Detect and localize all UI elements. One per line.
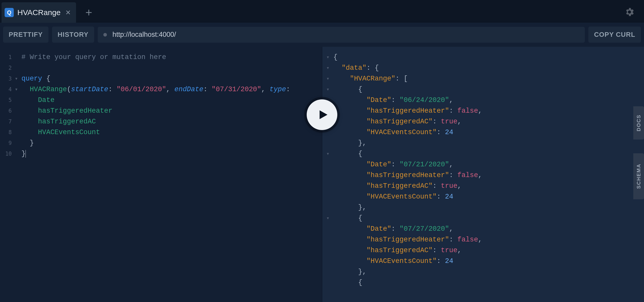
val-date-1: "07/21/2020" [400,161,449,168]
val-count-2: 24 [445,257,453,265]
key-ac: "hasTriggeredAC" [366,247,432,254]
val-count-1: 24 [445,193,453,201]
play-icon [317,109,329,121]
copy-curl-button[interactable]: COPY CURL [588,27,641,43]
arg-enddate-value: "07/31/2020" [212,86,261,93]
key-data: "data" [342,64,366,72]
val-count-0: 24 [445,129,453,136]
query-editor[interactable]: 12345 678910 ▾▾ # Write your query or mu… [0,47,322,302]
history-button[interactable]: HISTORY [52,27,94,43]
key-date: "Date" [366,96,391,104]
editor-split: 12345 678910 ▾▾ # Write your query or mu… [0,47,644,302]
execute-button[interactable] [307,99,337,130]
sel-heater: hasTriggeredHeater [38,107,113,115]
key-date: "Date" [366,161,391,168]
arg-type: type [269,86,286,93]
key-count: "HVACEventsCount" [366,129,437,136]
query-keyword: query [21,75,42,83]
key-date: "Date" [366,225,391,233]
query-code[interactable]: # Write your query or mutation here quer… [21,47,322,159]
val-date-0: "06/24/2020" [400,96,449,104]
arg-enddate: endDate [175,86,203,93]
endpoint-input[interactable] [113,31,579,39]
result-viewer[interactable]: ▾▾▾▾ ▾ ▾ { "data": { "HVACRange": [ { "D… [322,47,644,302]
key-count: "HVACEventsCount" [366,193,437,201]
query-comment: # Write your query or mutation here [21,53,166,61]
tab-label: HVACRange [17,8,61,17]
fold-gutter: ▾▾ [13,52,19,159]
key-ac: "hasTriggeredAC" [366,182,432,190]
line-gutter: 12345 678910 [0,52,13,159]
val-ac-0: true [441,118,457,125]
key-heater: "hasTriggeredHeater" [366,107,449,115]
sel-ac: hasTriggeredAC [38,118,96,125]
root-field: HVACRange [30,86,67,93]
arg-startdate-value: "06/01/2020" [117,86,166,93]
endpoint-field-wrap [98,27,585,43]
sel-date: Date [38,96,55,104]
tab-hvacrange[interactable]: Q HVACRange ✕ [2,2,76,23]
settings-button[interactable] [624,7,635,18]
close-icon[interactable]: ✕ [65,9,71,17]
status-dot-icon [103,33,107,37]
val-ac-2: true [441,247,457,254]
plus-icon [85,9,93,16]
result-fold-gutter: ▾▾▾▾ ▾ ▾ [325,52,331,277]
schema-tab[interactable]: SCHEMA [633,153,644,199]
key-heater: "hasTriggeredHeater" [366,171,449,179]
key-heater: "hasTriggeredHeater" [366,236,449,243]
prettify-button[interactable]: PRETTIFY [3,27,48,43]
toolbar: PRETTIFY HISTORY COPY CURL [0,22,644,47]
gear-icon [624,7,635,17]
val-heater-1: false [457,171,478,179]
val-heater-0: false [457,107,478,115]
arg-startdate: startDate [71,86,108,93]
result-code: { "data": { "HVACRange": [ { "Date": "06… [333,47,644,288]
val-ac-1: true [441,182,457,190]
docs-tab[interactable]: DOCS [633,106,644,140]
val-date-2: "07/27/2020" [400,225,449,233]
key-hvacrange: "HVACRange" [350,75,395,83]
sel-count: HVACEventsCount [38,129,100,136]
new-tab-button[interactable] [79,2,99,23]
key-ac: "hasTriggeredAC" [366,118,432,125]
key-count: "HVACEventsCount" [366,257,437,265]
val-heater-2: false [457,236,478,243]
query-badge-icon: Q [5,8,14,17]
tab-bar: Q HVACRange ✕ [0,0,644,22]
